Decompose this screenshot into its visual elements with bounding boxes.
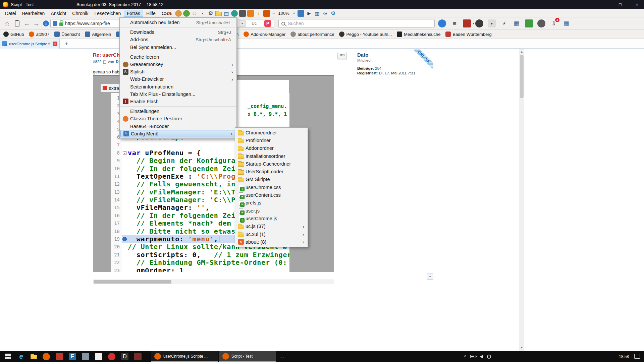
config-submenu-item-userchrome-js[interactable]: userChrome.js (235, 215, 308, 222)
menubar-ansicht[interactable]: Ansicht (48, 10, 69, 17)
session-manager-icon[interactable] (525, 19, 533, 27)
menubar-bearbeiten[interactable]: Bearbeiten (19, 10, 48, 17)
tray-expand-icon[interactable]: ^ (464, 354, 466, 359)
extras-menu-item-classic-theme-restorer[interactable]: Classic Theme Restorer (120, 115, 236, 122)
vertical-scrollbar-thumb[interactable] (520, 55, 524, 98)
info-button[interactable]: i (42, 17, 50, 29)
config-submenu-item-user-js[interactable]: user.js (235, 207, 308, 215)
bookmark-about-performance[interactable]: about:performance (290, 32, 334, 37)
extras-menu-item-einstellungen[interactable]: Einstellungen (120, 108, 236, 115)
network-icon[interactable] (487, 355, 491, 359)
bookmark-übersicht[interactable]: Übersicht (54, 32, 80, 37)
red-circle-app-icon[interactable] (108, 353, 115, 360)
volume-icon[interactable] (480, 355, 483, 359)
close-button[interactable]: × (634, 2, 640, 7)
config-submenu-item-usercontent-css[interactable]: userContent.css (235, 191, 308, 199)
extras-menu-item-add-ons[interactable]: Add-onsStrg+Umschalt+A (120, 36, 236, 43)
red-app-icon[interactable] (56, 353, 63, 360)
zoom-out-button[interactable]: − (271, 11, 276, 16)
theme-button[interactable]: ▾ (463, 19, 471, 27)
infinity-icon[interactable]: ∞ (322, 10, 328, 17)
maroon-app-icon[interactable] (134, 353, 142, 360)
scroll-down-icon[interactable]: ▼ (519, 345, 524, 350)
orange-app-icon[interactable] (247, 10, 254, 17)
config-submenu-item-about-8[interactable]: aabout: (8)› (235, 238, 308, 246)
bookmark-mediathekensuche[interactable]: Mediathekensuche (397, 32, 440, 37)
config-submenu-item-userchrome-css[interactable]: userChrome.css (235, 183, 308, 191)
horizontal-scrollbar[interactable] (93, 280, 334, 284)
posts-count-link[interactable]: 254 (375, 66, 381, 70)
config-submenu-item-uc-xul-1[interactable]: uc.xul (1)› (235, 230, 308, 238)
extras-menu-item-tab-mix-plus-einstellungen[interactable]: Tab Mix Plus - Einstellungen... (120, 90, 236, 98)
table-icon[interactable]: ▦ (562, 19, 570, 27)
extras-menu-item-base64-encoder[interactable]: Base64⇒Encoder (120, 122, 236, 130)
services-gear-icon[interactable]: ⚙ (330, 10, 336, 17)
zoom-in-button[interactable]: + (292, 11, 297, 16)
config-submenu-item-chromeordner[interactable]: Chromeordner (235, 129, 308, 136)
play-icon[interactable]: ▶ (306, 10, 312, 17)
smiley-icon[interactable]: ☺ (191, 10, 198, 17)
firefox-taskbar-icon[interactable] (43, 353, 50, 360)
taskbar-button-script-test[interactable]: Script - Test (219, 351, 276, 362)
config-submenu-item-startup-cacheordner[interactable]: Startup-Cacheordner (235, 160, 308, 168)
extras-menu-item-web-entwickler[interactable]: Web-Entwickler› (120, 75, 236, 83)
edit-pencil-icon[interactable]: ✎ (167, 10, 174, 17)
config-submenu-item-gm-skripte[interactable]: GM Skripte (235, 176, 308, 183)
pocket-icon[interactable]: P (264, 20, 271, 27)
extras-menu-item-stylish[interactable]: SStylish› (120, 68, 236, 75)
screenshot-icon[interactable] (239, 10, 246, 17)
extras-menu-item-downloads[interactable]: DownloadsStrg+J (120, 28, 236, 36)
post-author-link[interactable]: D (116, 60, 118, 64)
clipboard-icon[interactable] (13, 17, 21, 29)
menubar-hilfe[interactable]: Hilfe (143, 10, 159, 17)
collapse-button[interactable]: ▾ (427, 274, 433, 280)
teal-app-icon[interactable] (231, 10, 238, 17)
grid-icon[interactable]: ▦ (513, 19, 521, 27)
restore-button[interactable]: □ (617, 2, 623, 7)
config-submenu-item-installationsordner[interactable]: Installationsordner (235, 152, 308, 160)
taskbar-button-userchrome-js-scripte[interactable]: userChrome.js Scripte ... (151, 351, 218, 362)
battery-icon[interactable] (470, 355, 476, 358)
addon-icon[interactable] (183, 10, 190, 17)
post-number-link[interactable]: #822 (93, 60, 102, 64)
extras-menu-item-seiteninformationen[interactable]: Seiteninformationen (120, 83, 236, 90)
bell-icon[interactable] (537, 19, 545, 27)
new-tab-button[interactable]: + (62, 40, 70, 48)
zoom-level-label[interactable]: 100% (277, 11, 290, 16)
edge-icon[interactable]: e (17, 353, 25, 360)
quote-button[interactable]: ”” (337, 52, 347, 60)
folder-icon[interactable] (215, 12, 222, 16)
cc-icon[interactable]: cc (252, 21, 257, 26)
bookmark-add-ons-manager[interactable]: Add-ons-Manager (244, 32, 285, 37)
bookmark-baden-württemberg[interactable]: Baden Württemberg (445, 32, 491, 37)
window-icon[interactable]: ▤ (223, 10, 230, 17)
config-submenu-item-userscriptloader[interactable]: UserScriptLoader (235, 168, 308, 175)
post-title-link[interactable]: Re: userCh (93, 52, 120, 58)
config-submenu-item-addonordner[interactable]: Addonordner (235, 144, 308, 152)
search-box[interactable]: Suchen (278, 19, 435, 28)
blue-app-icon[interactable] (298, 10, 304, 17)
palette-icon[interactable] (175, 10, 182, 17)
menubar-extras[interactable]: Extras (124, 10, 143, 17)
bookmark-allgemein[interactable]: Allgemein (85, 32, 111, 37)
vertical-scrollbar[interactable]: ▲ ▼ (519, 49, 524, 351)
extras-menu-item-enable-flash[interactable]: fEnable Flash (120, 98, 236, 105)
dark-app-icon[interactable]: D (121, 353, 128, 360)
scroll-up-icon[interactable]: ▲ (519, 49, 524, 54)
tab-userchrome-scripte[interactable]: userChrome.js Scripte für den F × (0, 39, 60, 49)
urlbar-dropdown-icon[interactable]: ▾ (239, 20, 246, 27)
explorer-icon[interactable] (31, 355, 37, 359)
image-grid-icon[interactable]: ▦ (314, 10, 320, 17)
forward-button[interactable]: → (32, 17, 41, 29)
config-submenu-item-profilordner[interactable]: Profilordner (235, 136, 308, 144)
download-badge-icon[interactable]: ⇩1 (550, 19, 558, 27)
config-submenu-item-uc-js-37[interactable]: uc.js (37)› (235, 223, 308, 230)
extras-menu-item-greasemonkey[interactable]: Greasemonkey› (120, 61, 236, 68)
action-center-icon[interactable] (634, 354, 640, 359)
bookmark-peggo-youtube-aufn[interactable]: Peggo - Youtube aufn... (339, 32, 392, 37)
caret-icon[interactable]: ▾ (199, 10, 206, 17)
down-arrow-icon[interactable]: ↓ (255, 10, 262, 17)
dark-app-button[interactable] (475, 19, 483, 27)
tab-close-icon[interactable]: × (53, 42, 57, 46)
gear-icon[interactable]: ⚙ (207, 10, 214, 17)
